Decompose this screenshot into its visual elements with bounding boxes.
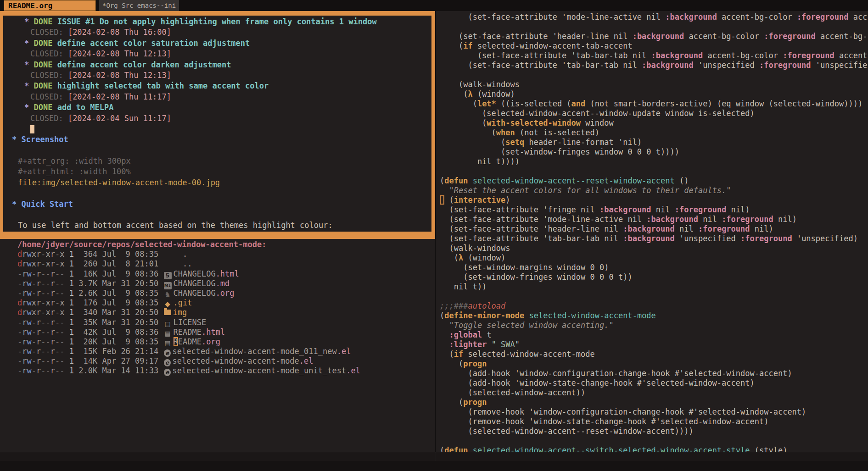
code-text: selected-window-accent-tab-accent: [473, 41, 633, 50]
dired-row[interactable]: -rw-r--r-- 1 14K Apr 27 09:17 eselected-…: [17, 356, 453, 366]
tab-org-src[interactable]: *Org Src emacs--ini: [99, 0, 179, 11]
permission-char: -: [46, 288, 50, 298]
echo-area[interactable]: [0, 461, 868, 471]
permission-char: -: [32, 288, 36, 298]
file-size: 42K: [78, 327, 97, 337]
file-date: Jul 9 08:35: [97, 337, 163, 346]
code-line: (selected-window-accent--reset-window-ac…: [440, 427, 868, 436]
permission-char: -: [17, 269, 22, 278]
org-line-todo: * DONE ISSUE #1 Do not apply highlightin…: [3, 17, 431, 27]
org-line-body: To use left and bottom accent based on t…: [3, 220, 431, 231]
dired-row[interactable]: -rw-r--r-- 1 35K Mar 31 20:50 ▤LICENSE: [17, 318, 453, 327]
code-text: (selected-window-accent--window-update w…: [440, 109, 755, 118]
elisp-buffer-window[interactable]: (set-face-attribute 'mode-line-active ni…: [436, 11, 868, 453]
permission-char: -: [32, 347, 36, 356]
code-text: accent-bg-color: [684, 32, 764, 41]
code-text: nil): [726, 205, 750, 214]
code-line: (let* ((is-selected (and (not smart-bord…: [440, 99, 868, 109]
org-buffer-window[interactable]: * DONE ISSUE #1 Do not apply highlightin…: [3, 16, 431, 233]
permission-char: w: [27, 279, 32, 288]
dired-row[interactable]: -rw-r--r-- 1 2.6K Jul 9 08:35 ♞CHANGELOG…: [17, 288, 453, 298]
code-text: (selected-window-accent--reset-window-ac…: [440, 427, 694, 436]
closed-label: CLOSED:: [30, 92, 68, 101]
code-line: "Toggle selected window accenting.": [440, 321, 868, 330]
none-icon: [164, 260, 172, 267]
dired-row[interactable]: drwxr-xr-x 1 176 Jul 9 08:35 ◆.git: [17, 298, 453, 308]
code-text: [487, 340, 491, 349]
function-name: selected-window-accent-mode: [529, 311, 656, 320]
permission-char: r: [50, 249, 55, 259]
dired-row[interactable]: drwxr-xr-x 1 340 Mar 31 20:50 img: [17, 308, 453, 317]
dired-buffer-window[interactable]: /home/jdyer/source/repos/selected-window…: [0, 239, 453, 453]
headline-star: *: [24, 39, 34, 48]
code-line: (set-face-attribute 'mode-line-active ni…: [440, 215, 868, 224]
link-count: 1: [69, 337, 74, 346]
permission-char: -: [55, 327, 60, 337]
text-segment: [74, 337, 78, 346]
dired-row[interactable]: -rw-r--r-- 1 15K Feb 26 21:14 eselected-…: [17, 347, 453, 356]
permission-char: -: [55, 308, 60, 317]
org-line-h1: * Screenshot: [3, 134, 431, 145]
code-text: nil): [773, 215, 797, 224]
file-date: Mar 31 20:50: [97, 308, 163, 317]
code-text: (: [440, 349, 454, 359]
builtin-keyword: :background: [623, 234, 675, 243]
builtin-keyword: :foreground: [722, 215, 773, 224]
code-line: (add-hook 'window-state-change-hook #'se…: [440, 378, 868, 388]
permission-char: r: [22, 356, 27, 366]
code-text: (window): [463, 253, 505, 262]
code-line: :lighter " SWA": [440, 340, 868, 349]
book-icon: ▤: [164, 320, 172, 327]
permission-char: x: [60, 259, 64, 268]
file-date: Feb 26 21:14: [97, 347, 163, 356]
file-date: Mar 31 20:50: [97, 318, 163, 327]
code-line: (remove-hook 'window-state-change-hook #…: [440, 417, 868, 427]
permission-char: d: [17, 298, 22, 307]
code-text: accent-f: [834, 51, 868, 60]
dired-row[interactable]: -rw-r--r-- 1 3.7K Mar 31 20:50 M↓CHANGEL…: [17, 279, 453, 288]
code-text: nil: [651, 205, 675, 214]
code-text: (remove-hook 'window-configuration-chang…: [440, 407, 806, 416]
permission-char: x: [60, 249, 64, 259]
permission-char: x: [46, 249, 50, 259]
dired-row[interactable]: drwxr-xr-x 1 364 Jul 9 08:35 .: [17, 249, 453, 259]
permission-char: -: [41, 288, 45, 298]
permission-char: -: [41, 366, 45, 375]
permission-char: -: [17, 288, 22, 298]
permission-char: r: [50, 318, 55, 327]
org-meta-line: #+attr_org: :width 300px: [18, 156, 131, 166]
file-name: CHANGELOG: [174, 269, 216, 278]
todo-keyword: DONE: [34, 81, 57, 90]
permission-char: -: [32, 279, 36, 288]
headline-text: define accent color darken adjustment: [57, 60, 231, 69]
permission-char: r: [36, 298, 41, 307]
file-extension: .el: [299, 356, 314, 366]
permission-char: -: [55, 356, 60, 366]
file-date: Jul 9 08:35: [97, 249, 163, 259]
code-text: [440, 186, 449, 195]
keyword: let*: [477, 99, 496, 108]
text-segment: [65, 318, 69, 327]
builtin-keyword: :background: [642, 61, 694, 70]
tab-readme-org[interactable]: README.org: [4, 0, 96, 11]
permission-char: r: [22, 269, 27, 278]
file-name: img: [173, 308, 187, 317]
code-text: 'unspecified): [792, 234, 858, 243]
code-line: [440, 292, 868, 301]
string: " SWA": [492, 340, 520, 349]
code-line: (λ (window): [440, 89, 868, 99]
code-text: (set-face-attribute 'mode-line-active ni…: [440, 12, 665, 22]
file-size: 260: [78, 259, 97, 268]
dired-row[interactable]: drwxr-xr-x 1 260 Jul 8 21:01 ..: [17, 259, 453, 269]
permission-char: r: [36, 308, 41, 317]
permission-char: x: [46, 259, 50, 268]
closed-timestamp: [2024-02-08 Thu 11:17]: [68, 92, 171, 101]
dired-row[interactable]: -rw-r--r-- 1 2.0K Mar 14 11:33 eselected…: [17, 366, 453, 376]
dired-row[interactable]: -rw-r--r-- 1 20K Jul 9 08:35 ▤README.org: [17, 337, 453, 347]
body-text: To use left and bottom accent based on t…: [18, 221, 333, 230]
dired-row[interactable]: -rw-r--r-- 1 42K Jul 9 08:36 ▤README.htm…: [17, 327, 453, 337]
permission-char: r: [50, 356, 55, 366]
dired-row[interactable]: -rw-r--r-- 1 16K Jul 9 08:36 5CHANGELOG.…: [17, 269, 453, 279]
permission-char: -: [60, 366, 64, 375]
headline-star: *: [24, 60, 34, 69]
